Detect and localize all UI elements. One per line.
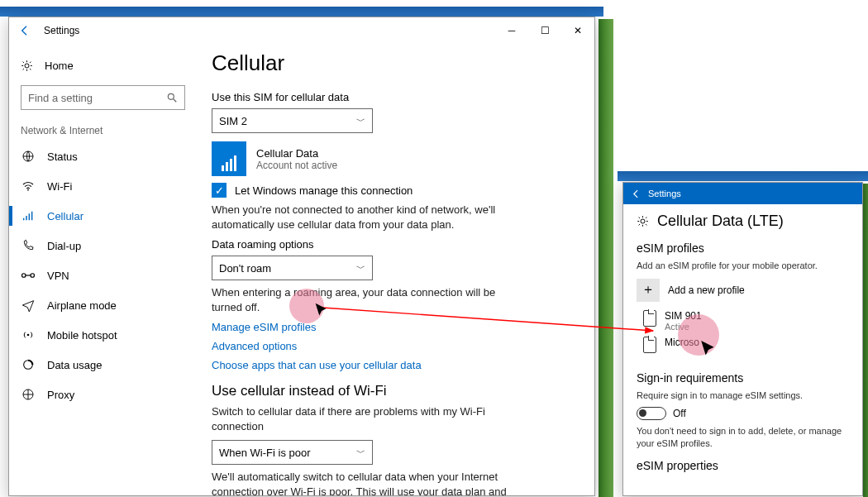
airplane-icon	[21, 299, 36, 312]
sidebar-item-hotspot[interactable]: Mobile hotspot	[9, 320, 195, 350]
sim-label: Use this SIM for cellular data	[212, 91, 571, 103]
phone-icon	[21, 239, 36, 252]
window-title: Settings	[648, 189, 681, 198]
signin-footer: You don't need to sign in to add, delete…	[637, 425, 849, 450]
sidebar-item-proxy[interactable]: Proxy	[9, 380, 195, 409]
page-title: Cellular Data (LTE)	[637, 213, 849, 230]
svg-point-0	[168, 93, 174, 99]
search-placeholder: Find a setting	[28, 92, 166, 104]
esim-window: Settings Cellular Data (LTE) eSIM profil…	[622, 182, 863, 496]
instead-desc: Switch to cellular data if there are pro…	[212, 404, 517, 433]
esim-properties-heading: eSIM properties	[637, 459, 849, 472]
toggle-off-icon	[637, 407, 666, 420]
signal-icon	[212, 141, 246, 176]
minimize-button[interactable]: ─	[495, 17, 528, 44]
desktop-strip	[618, 171, 868, 181]
sim-card-icon	[643, 337, 656, 353]
titlebar: Settings ─ ☐ ✕	[9, 17, 594, 44]
chevron-down-icon: ﹀	[356, 115, 365, 127]
content-pane: Cellular Use this SIM for cellular data …	[195, 44, 594, 495]
cellular-tile[interactable]: Cellular Data Account not active	[212, 141, 571, 176]
hotspot-icon	[21, 328, 36, 342]
sidebar-item-datausage[interactable]: Data usage	[9, 350, 195, 380]
signin-toggle[interactable]: Off	[637, 407, 849, 420]
page-title: Cellular	[212, 50, 571, 76]
add-profile-button[interactable]: ＋ Add a new profile	[637, 279, 849, 302]
sidebar-item-dialup[interactable]: Dial-up	[9, 231, 195, 260]
svg-point-3	[27, 189, 29, 191]
esim-profile-item[interactable]: Microso	[643, 337, 849, 353]
advanced-options-link[interactable]: Advanced options	[212, 340, 571, 352]
search-icon	[166, 92, 178, 103]
back-button[interactable]	[623, 189, 648, 199]
cellular-icon	[21, 209, 36, 222]
gear-icon	[637, 215, 649, 227]
roaming-desc: When entering a roaming area, your data …	[212, 285, 517, 314]
esim-profile-item[interactable]: SIM 901 Active	[643, 310, 849, 332]
wifi-icon	[21, 179, 36, 193]
manage-esim-link[interactable]: Manage eSIM profiles	[212, 321, 571, 333]
chevron-down-icon: ﹀	[356, 447, 365, 459]
sidebar-home-label: Home	[45, 60, 74, 72]
instead-heading: Use cellular instead of Wi-Fi	[212, 383, 571, 399]
desktop-strip	[0, 7, 603, 17]
svg-point-5	[31, 274, 35, 278]
profiles-sub: Add an eSIM profile for your mobile oper…	[637, 260, 849, 272]
sidebar-item-airplane[interactable]: Airplane mode	[9, 290, 195, 320]
close-button[interactable]: ✕	[561, 17, 594, 44]
cursor-icon	[698, 339, 719, 361]
roaming-select[interactable]: Don't roam ﹀	[212, 256, 373, 280]
checkmark-icon: ✓	[212, 183, 227, 198]
gear-icon	[21, 60, 33, 72]
cursor-icon	[312, 302, 331, 320]
profiles-heading: eSIM profiles	[637, 241, 849, 255]
sidebar-item-wifi[interactable]: Wi-Fi	[9, 171, 195, 201]
roaming-label: Data roaming options	[212, 238, 571, 251]
choose-apps-link[interactable]: Choose apps that can use your cellular d…	[212, 359, 571, 371]
sidebar-item-vpn[interactable]: VPN	[9, 260, 195, 290]
sidebar: Home Find a setting Network & Internet S…	[9, 44, 195, 495]
proxy-icon	[21, 388, 36, 401]
vpn-icon	[21, 270, 36, 280]
svg-point-7	[27, 334, 30, 337]
data-usage-icon	[21, 358, 36, 371]
desktop-strip	[599, 19, 613, 497]
arrow-left-icon	[631, 189, 641, 199]
maximize-button[interactable]: ☐	[528, 17, 561, 44]
sim-card-icon	[643, 310, 656, 327]
manage-desc: When you're not connected to another kin…	[212, 203, 517, 232]
sim-select[interactable]: SIM 2 ﹀	[212, 108, 373, 133]
titlebar: Settings	[623, 183, 862, 204]
back-button[interactable]	[9, 17, 41, 44]
sidebar-home[interactable]: Home	[9, 50, 195, 80]
sidebar-item-status[interactable]: Status	[9, 141, 195, 171]
manage-connection-checkbox[interactable]: ✓ Let Windows manage this connection	[212, 183, 571, 198]
sidebar-category: Network & Internet	[9, 120, 195, 141]
svg-line-1	[174, 99, 177, 103]
globe-icon	[21, 150, 36, 163]
search-input[interactable]: Find a setting	[21, 85, 185, 110]
window-title: Settings	[41, 25, 495, 36]
instead-footer: We'll automatically switch to cellular d…	[212, 470, 517, 495]
plus-icon: ＋	[637, 279, 660, 302]
signin-heading: Sign-in requirements	[637, 371, 849, 385]
arrow-left-icon	[18, 24, 31, 37]
signin-desc: Require sign in to manage eSIM settings.	[637, 389, 849, 402]
settings-window: Settings ─ ☐ ✕ Home Find a setting Netwo…	[8, 17, 595, 496]
chevron-down-icon: ﹀	[356, 262, 365, 275]
instead-select[interactable]: When Wi-Fi is poor ﹀	[212, 440, 373, 465]
svg-point-4	[22, 274, 26, 278]
desktop-strip	[863, 184, 868, 497]
sidebar-item-cellular[interactable]: Cellular	[9, 201, 195, 231]
